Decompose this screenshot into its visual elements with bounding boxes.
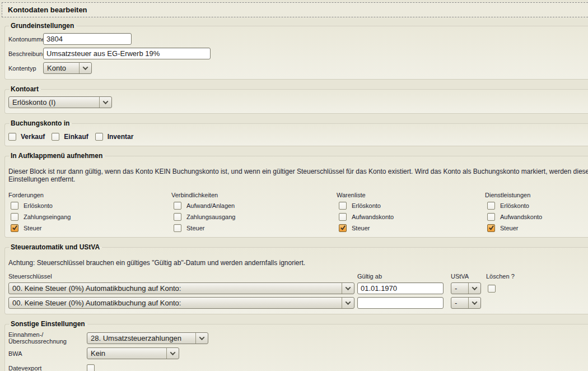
bwa-select[interactable]: Kein xyxy=(87,347,179,359)
steuerschluessel-select-1[interactable]: 00. Keine Steuer (0%) Automatikbuchung a… xyxy=(8,282,354,294)
chevron-down-icon xyxy=(170,350,176,355)
column-warenliste-header: Warenliste xyxy=(337,192,485,198)
inventar-checkbox[interactable] xyxy=(95,133,103,141)
euer-row: Einnahmen-/Überschussrechnung 28. Umsatz… xyxy=(8,331,588,345)
steuerschluessel-select-2-button[interactable] xyxy=(342,298,354,308)
euer-select[interactable]: 28. Umsatzsteuerzahlungen xyxy=(87,332,208,344)
dienstleistungen-steuer-checkbox[interactable] xyxy=(487,224,495,232)
forderungen-erloeskonto-checkbox[interactable] xyxy=(11,202,18,210)
column-forderungen: Forderungen Erlöskonto Zahlungseingang S… xyxy=(8,192,171,232)
kontonummer-input[interactable] xyxy=(43,33,132,45)
chevron-down-icon xyxy=(199,335,205,340)
euer-select-value: 28. Umsatzsteuerzahlungen xyxy=(87,333,195,344)
steuer-table-header: Steuerschlüssel Gültig ab UStVA Löschen … xyxy=(8,273,588,280)
steuerschluessel-select-2[interactable]: 00. Keine Steuer (0%) Automatikbuchung a… xyxy=(8,297,354,309)
verbindlichkeiten-zahlungsausgang-checkbox[interactable] xyxy=(174,213,181,221)
ustva-header: UStVA xyxy=(451,273,486,280)
kontentyp-select-button[interactable] xyxy=(79,63,91,73)
checkbox-label: Erlöskonto xyxy=(352,202,381,209)
section-grundeinstellungen: Grundeinstellungen Kontonummer Beschreib… xyxy=(4,22,588,80)
ustva-select-1[interactable]: - xyxy=(451,282,481,294)
kontoart-select[interactable]: Erlöskonto (I) xyxy=(8,96,112,108)
checkbox-label: Steuer xyxy=(352,225,370,231)
datevexport-checkbox[interactable] xyxy=(87,364,95,371)
section-aufklappmenu: In Aufklappmenü aufnehmen Dieser Block i… xyxy=(4,152,588,238)
einkauf-checkbox-label: Einkauf xyxy=(64,133,88,141)
checkbox-item-verkauf: Verkauf xyxy=(8,133,45,141)
kontentyp-select[interactable]: Konto xyxy=(43,62,92,74)
gueltig-ab-input-2[interactable] xyxy=(357,297,444,309)
checkmark-icon xyxy=(488,225,494,231)
steuerschluessel-select-1-button[interactable] xyxy=(342,283,354,294)
column-dienstleistungen: Dienstleistungen Erlöskonto Aufwandskont… xyxy=(485,192,588,232)
einkauf-checkbox[interactable] xyxy=(52,133,59,141)
verkauf-checkbox-label: Verkauf xyxy=(21,133,45,141)
forderungen-steuer-checkbox[interactable] xyxy=(11,224,18,232)
chevron-down-icon xyxy=(103,99,109,104)
loeschen-checkbox-1[interactable] xyxy=(488,285,496,293)
datevexport-row: Datevexport xyxy=(8,362,588,371)
dienstleistungen-aufwandskonto-checkbox[interactable] xyxy=(487,213,495,221)
column-verbindlichkeiten: Verbindlichkeiten Aufwand/Anlagen Zahlun… xyxy=(171,192,337,232)
warenliste-erloeskonto-checkbox[interactable] xyxy=(339,202,347,210)
checkbox-label: Aufwand/Anlagen xyxy=(186,202,235,209)
beschreibung-input[interactable] xyxy=(43,48,211,59)
bwa-row: BWA Kein xyxy=(8,347,588,359)
kontentyp-select-value: Konto xyxy=(44,63,79,73)
section-kontoart-legend: Kontoart xyxy=(10,85,41,93)
chevron-down-icon xyxy=(346,285,351,290)
bwa-select-button[interactable] xyxy=(166,348,179,359)
column-warenliste: Warenliste Erlöskonto Aufwandskonto Steu… xyxy=(337,192,485,232)
ustva-select-2-button[interactable] xyxy=(468,298,480,308)
checkbox-item-einkauf: Einkauf xyxy=(52,133,88,141)
bwa-select-value: Kein xyxy=(87,348,166,359)
checkbox-item-inventar: Inventar xyxy=(95,133,134,141)
datevexport-label: Datevexport xyxy=(8,365,87,371)
page-title-box: Kontodaten bearbeiten xyxy=(2,2,588,17)
kontoart-select-button[interactable] xyxy=(99,97,111,108)
checkbox-item: Zahlungseingang xyxy=(8,213,171,221)
section-kontoart: Kontoart Erlöskonto (I) xyxy=(4,85,588,114)
column-verbindlichkeiten-header: Verbindlichkeiten xyxy=(171,192,337,198)
checkbox-label: Aufwandskonto xyxy=(500,214,542,220)
checkbox-item: Steuer xyxy=(337,224,485,232)
checkbox-label: Zahlungsausgang xyxy=(186,214,235,220)
section-aufklappmenu-legend: In Aufklappmenü aufnehmen xyxy=(10,152,105,160)
section-buchungskonto: Buchungskonto in Verkauf Einkauf Inventa… xyxy=(4,119,588,146)
gueltig-ab-input-1[interactable] xyxy=(357,282,444,294)
chevron-down-icon xyxy=(346,299,351,305)
ustva-select-2[interactable]: - xyxy=(451,297,481,309)
verbindlichkeiten-aufwand-checkbox[interactable] xyxy=(174,202,181,210)
kontonummer-label: Kontonummer xyxy=(8,36,43,43)
checkbox-label: Aufwandskonto xyxy=(352,214,394,220)
kontoart-select-value: Erlöskonto (I) xyxy=(9,97,99,108)
euer-label: Einnahmen-/Überschussrechnung xyxy=(8,331,87,345)
checkbox-label: Erlöskonto xyxy=(24,202,53,209)
beschreibung-label: Beschreibung xyxy=(8,50,43,57)
checkbox-item: Steuer xyxy=(171,224,337,232)
verbindlichkeiten-steuer-checkbox[interactable] xyxy=(174,224,181,232)
checkbox-item: Aufwandskonto xyxy=(337,213,485,221)
checkmark-icon xyxy=(340,225,346,231)
checkbox-item: Erlöskonto xyxy=(485,202,588,210)
section-steuerautomatik-legend: Steuerautomatik und UStVA xyxy=(10,243,102,251)
inventar-checkbox-label: Inventar xyxy=(108,133,134,141)
dienstleistungen-erloeskonto-checkbox[interactable] xyxy=(487,202,495,210)
warenliste-steuer-checkbox[interactable] xyxy=(339,224,347,232)
column-dienstleistungen-header: Dienstleistungen xyxy=(485,192,588,198)
checkbox-item: Erlöskonto xyxy=(337,202,485,210)
euer-select-button[interactable] xyxy=(195,333,208,344)
verkauf-checkbox[interactable] xyxy=(8,133,16,141)
ustva-select-1-button[interactable] xyxy=(468,283,480,294)
loeschen-header: Löschen ? xyxy=(486,273,515,280)
chevron-down-icon xyxy=(472,299,478,305)
forderungen-zahlungseingang-checkbox[interactable] xyxy=(11,213,18,221)
chevron-down-icon xyxy=(83,64,88,70)
checkbox-item: Aufwandskonto xyxy=(485,213,588,221)
warenliste-aufwandskonto-checkbox[interactable] xyxy=(339,213,347,221)
checkmark-icon xyxy=(12,225,18,231)
steuer-row-1: 00. Keine Steuer (0%) Automatikbuchung a… xyxy=(8,282,588,294)
buchungskonto-row: Verkauf Einkauf Inventar xyxy=(8,133,588,141)
page-title: Kontodaten bearbeiten xyxy=(8,6,87,14)
chevron-down-icon xyxy=(472,285,478,290)
